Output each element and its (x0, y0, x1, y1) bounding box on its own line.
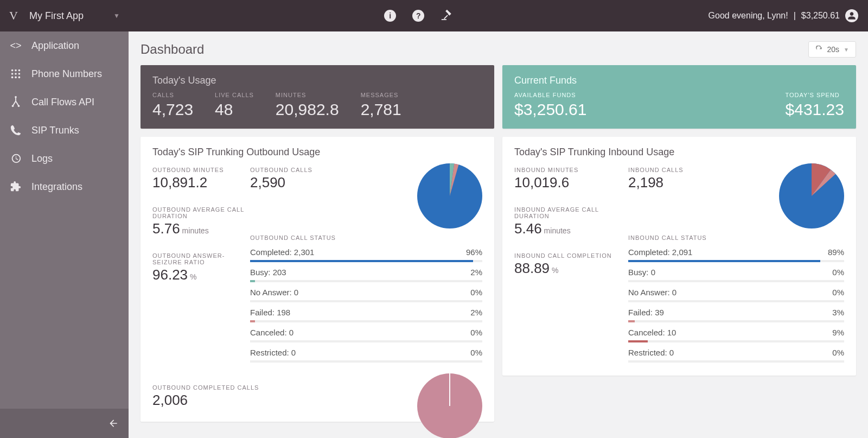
stat-value: 2,781 (361, 100, 401, 119)
status-label: Failed: 39 (628, 308, 664, 317)
sidebar-item-application[interactable]: <> Application (0, 31, 129, 60)
metric-label: OUTBOUND AVERAGE CALL DURATION (152, 206, 250, 219)
progress-bar (250, 260, 482, 262)
metric-value: 10,891.2 (152, 174, 250, 191)
status-row: Failed: 1982% (250, 308, 482, 317)
sidebar-item-sip-trunks[interactable]: SIP Trunks (0, 116, 129, 144)
progress-bar (628, 280, 844, 282)
sidebar-item-integrations[interactable]: Integrations (0, 173, 129, 201)
gavel-icon[interactable] (441, 9, 452, 23)
status-row: Busy: 00% (628, 268, 844, 277)
progress-bar (628, 320, 844, 322)
status-title: OUTBOUND CALL STATUS (250, 234, 482, 241)
stat-value: 4,723 (152, 100, 193, 119)
card-title: Current Funds (514, 75, 844, 86)
status-label: Failed: 198 (250, 308, 290, 317)
svg-point-8 (18, 77, 21, 79)
sidebar-item-label: Integrations (31, 181, 82, 193)
svg-point-10 (12, 105, 14, 107)
page-header: Dashboard 20s ▼ (141, 41, 856, 58)
status-pct: 89% (828, 247, 844, 257)
status-label: Canceled: 0 (250, 328, 293, 337)
account-icon[interactable] (845, 9, 858, 22)
greeting: Good evening, Lynn! | $3,250.61 (709, 9, 858, 22)
help-icon[interactable]: ? (412, 10, 424, 22)
status-row: No Answer: 00% (628, 288, 844, 297)
progress-bar (628, 260, 844, 262)
arrow-left-icon (108, 418, 119, 429)
app-name: My First App (29, 10, 84, 22)
metric-value: 5.46minutes (514, 220, 628, 237)
inbound-pie-chart (779, 163, 844, 228)
info-icon[interactable]: i (384, 10, 396, 22)
status-pct: 0% (470, 328, 482, 337)
metric-label: OUTBOUND ANSWER-SEIZURE RATIO (152, 252, 250, 265)
progress-bar (628, 360, 844, 363)
greeting-text: Good evening, Lynn! (709, 11, 788, 21)
stat-label: AVAILABLE FUNDS (514, 92, 586, 98)
status-label: Canceled: 10 (628, 328, 676, 337)
metric-label: INBOUND CALL COMPLETION (514, 252, 628, 259)
progress-bar (250, 360, 482, 363)
sip-icon (10, 124, 22, 136)
stat-label: MESSAGES (361, 92, 401, 98)
stat-value: $431.23 (786, 100, 844, 119)
status-pct: 2% (470, 308, 482, 317)
status-row: Completed: 2,30196% (250, 247, 482, 257)
status-row: Completed: 2,09189% (628, 247, 844, 257)
status-row: No Answer: 00% (250, 288, 482, 297)
sidebar: <> Application Phone Numbers Call Flows … (0, 31, 129, 438)
status-row: Restricted: 00% (250, 348, 482, 357)
app-selector[interactable]: My First App ▼ (27, 0, 129, 31)
todays-usage-card: Today's Usage CALLS 4,723 LIVE CALLS 48 … (141, 65, 494, 129)
svg-point-3 (11, 73, 14, 75)
status-label: Restricted: 0 (628, 348, 674, 357)
chevron-down-icon: ▼ (113, 12, 120, 20)
svg-point-5 (18, 73, 21, 75)
metric-label: OUTBOUND MINUTES (152, 167, 250, 173)
status-pct: 0% (832, 348, 844, 357)
metric-value: 88.89% (514, 260, 628, 277)
svg-point-11 (18, 105, 20, 107)
status-pct: 0% (470, 348, 482, 357)
card-title: Today's SIP Trunking Inbound Usage (514, 147, 844, 158)
status-pct: 9% (832, 328, 844, 337)
status-pct: 96% (466, 247, 482, 257)
svg-point-9 (15, 96, 17, 98)
metric-value: 96.23% (152, 266, 250, 283)
refresh-selector[interactable]: 20s ▼ (808, 41, 856, 58)
card-title: Today's SIP Trunking Outbound Usage (152, 147, 482, 158)
sidebar-item-label: Application (31, 40, 79, 52)
progress-bar (250, 280, 482, 282)
chevron-down-icon: ▼ (844, 47, 849, 53)
svg-point-7 (15, 77, 17, 79)
metric-value: 10,019.6 (514, 174, 628, 191)
stat-label: CALLS (152, 92, 193, 98)
sidebar-item-phone-numbers[interactable]: Phone Numbers (0, 60, 129, 88)
refresh-value: 20s (827, 45, 840, 54)
sidebar-item-label: Logs (31, 153, 53, 164)
status-pct: 0% (470, 288, 482, 297)
sidebar-item-label: Phone Numbers (31, 68, 102, 80)
progress-bar (628, 300, 844, 302)
stat-value: 20,982.8 (276, 100, 339, 119)
status-row: Canceled: 00% (250, 328, 482, 337)
status-title: INBOUND CALL STATUS (628, 234, 844, 241)
sidebar-item-logs[interactable]: Logs (0, 144, 129, 173)
status-pct: 3% (832, 308, 844, 317)
inbound-panel: Today's SIP Trunking Inbound Usage INBOU… (502, 137, 856, 376)
card-title: Today's Usage (152, 75, 482, 86)
code-icon: <> (10, 40, 22, 52)
svg-point-0 (11, 69, 14, 72)
logo: V (0, 9, 27, 23)
sidebar-item-call-flows[interactable]: Call Flows API (0, 88, 129, 116)
metric-value: 5.76minutes (152, 220, 250, 237)
stat-label: LIVE CALLS (215, 92, 254, 98)
topbar-icons: i ? (384, 9, 452, 23)
status-row: Canceled: 109% (628, 328, 844, 337)
svg-point-4 (15, 73, 17, 75)
metric-label: INBOUND AVERAGE CALL DURATION (514, 206, 628, 219)
progress-bar (628, 340, 844, 342)
sidebar-collapse[interactable] (0, 409, 129, 438)
svg-point-6 (11, 77, 14, 79)
